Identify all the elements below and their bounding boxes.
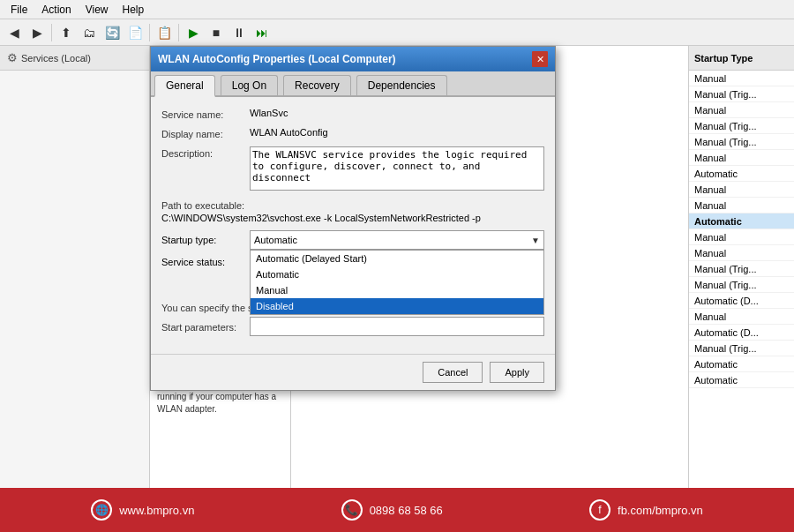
start-params-row: Start parameters: [161, 317, 544, 336]
toolbar: ◀ ▶ ⬆ 🗂 🔄 📄 📋 ▶ ■ ⏸ ⏭ [0, 19, 794, 46]
tab-dependencies[interactable]: Dependencies [356, 75, 447, 95]
startup-type-dropdown[interactable]: Automatic ▼ Automatic (Delayed Start)Aut… [250, 230, 544, 250]
display-name-label: Display name: [161, 127, 250, 139]
startup-type-header: Startup Type [689, 46, 794, 71]
facebook-info: f fb.com/bmpro.vn [589, 499, 703, 521]
startup-list-item-2[interactable]: Manual [689, 102, 794, 118]
website-text: www.bmpro.vn [119, 504, 194, 517]
startup-list-item-8[interactable]: Manual [689, 198, 794, 214]
website-info: 🌐 www.bmpro.vn [91, 499, 194, 521]
dropdown-option-automatic[interactable]: Automatic [251, 266, 543, 282]
left-panel-header: ⚙ Services (Local) [0, 46, 149, 71]
path-label: Path to executable: [161, 200, 544, 211]
service-name-value: WlanSvc [250, 108, 544, 118]
play-button[interactable]: ▶ [183, 23, 204, 42]
startup-list-item-5[interactable]: Manual [689, 150, 794, 166]
left-panel: ⚙ Services (Local) [0, 46, 150, 488]
services-icon: ⚙ [7, 51, 18, 64]
description-row: Description: [161, 146, 544, 193]
path-section: Path to executable: C:\WINDOWS\system32\… [161, 200, 544, 223]
start-params-input[interactable] [250, 317, 544, 336]
menu-help[interactable]: Help [116, 2, 152, 18]
startup-list-item-0[interactable]: Manual [689, 71, 794, 86]
dropdown-display[interactable]: Automatic ▼ [250, 230, 544, 250]
startup-list-item-3[interactable]: Manual (Trig... [689, 118, 794, 134]
startup-list-item-16[interactable]: Automatic (D... [689, 325, 794, 341]
menu-file[interactable]: File [4, 2, 34, 18]
dropdown-option-disabled[interactable]: Disabled [251, 298, 543, 314]
dropdown-list: Automatic (Delayed Start)AutomaticManual… [250, 250, 544, 315]
phone-icon: 📞 [341, 499, 363, 521]
dropdown-option-delayed[interactable]: Automatic (Delayed Start) [251, 251, 543, 266]
tab-general[interactable]: General [154, 75, 215, 97]
dialog-close-button[interactable]: ✕ [532, 51, 548, 67]
bottom-bar: 🌐 www.bmpro.vn 📞 0898 68 58 66 f fb.com/… [0, 488, 794, 532]
desc-label: Description: [161, 146, 250, 159]
apply-button[interactable]: Apply [490, 362, 544, 383]
restart-toolbar-button[interactable]: ⏭ [251, 23, 273, 42]
startup-list-item-18[interactable]: Automatic [689, 356, 794, 372]
startup-list-item-14[interactable]: Automatic (D... [689, 293, 794, 309]
facebook-text: fb.com/bmpro.vn [618, 504, 703, 517]
tab-logon[interactable]: Log On [221, 75, 278, 95]
startup-list-item-4[interactable]: Manual (Trig... [689, 134, 794, 150]
properties-dialog: WLAN AutoConfig Properties (Local Comput… [150, 46, 556, 391]
phone-info: 📞 0898 68 58 66 [341, 499, 443, 521]
right-column: Startup Type ManualManual (Trig...Manual… [688, 46, 794, 488]
dropdown-arrow-icon: ▼ [531, 236, 540, 245]
stop-toolbar-button[interactable]: ■ [206, 23, 227, 42]
display-name-value: WLAN AutoConfig [250, 127, 544, 138]
startup-list-item-9[interactable]: Automatic [689, 214, 794, 229]
refresh-button[interactable]: 🔄 [101, 23, 123, 42]
left-panel-title: Services (Local) [21, 53, 91, 64]
menu-view[interactable]: View [79, 2, 116, 18]
cancel-button[interactable]: Cancel [423, 362, 483, 383]
display-name-row: Display name: WLAN AutoConfig [161, 127, 544, 139]
startup-list-item-12[interactable]: Manual (Trig... [689, 261, 794, 277]
pause-toolbar-button[interactable]: ⏸ [228, 23, 250, 42]
startup-list-item-7[interactable]: Manual [689, 182, 794, 198]
startup-list-item-13[interactable]: Manual (Trig... [689, 277, 794, 293]
phone-text: 0898 68 58 66 [370, 504, 443, 517]
menu-action[interactable]: Action [34, 2, 78, 18]
globe-icon: 🌐 [91, 499, 112, 521]
tab-recovery[interactable]: Recovery [283, 75, 351, 95]
startup-list-item-19[interactable]: Automatic [689, 372, 794, 388]
startup-list-item-15[interactable]: Manual [689, 309, 794, 325]
menubar: File Action View Help [0, 0, 794, 19]
properties-button[interactable]: 📋 [154, 23, 175, 42]
dialog-tabs: General Log On Recovery Dependencies [151, 71, 555, 97]
startup-list-item-11[interactable]: Manual [689, 245, 794, 261]
dropdown-option-manual[interactable]: Manual [251, 282, 543, 298]
facebook-icon: f [589, 499, 610, 521]
dialog-body: Service name: WlanSvc Display name: WLAN… [151, 97, 555, 354]
start-params-label: Start parameters: [161, 320, 250, 333]
dialog-footer: Cancel Apply [151, 354, 555, 390]
description-textarea[interactable] [250, 146, 544, 191]
service-name-row: Service name: WlanSvc [161, 108, 544, 120]
startup-list-item-6[interactable]: Automatic [689, 166, 794, 182]
service-status-label: Service status: [161, 257, 250, 267]
forward-button[interactable]: ▶ [26, 23, 48, 42]
startup-list-item-17[interactable]: Manual (Trig... [689, 341, 794, 356]
path-value: C:\WINDOWS\system32\svchost.exe -k Local… [161, 213, 544, 223]
dropdown-selected-value: Automatic [254, 235, 297, 245]
startup-list-item-1[interactable]: Manual (Trig... [689, 86, 794, 102]
startup-type-label: Startup type: [161, 235, 250, 245]
startup-type-row: Startup type: Automatic ▼ Automatic (Del… [161, 230, 544, 250]
back-button[interactable]: ◀ [4, 23, 25, 42]
up-button[interactable]: ⬆ [56, 23, 77, 42]
dialog-title: WLAN AutoConfig Properties (Local Comput… [158, 53, 396, 65]
service-name-label: Service name: [161, 108, 250, 120]
dialog-titlebar: WLAN AutoConfig Properties (Local Comput… [151, 47, 555, 71]
startup-list: ManualManual (Trig...ManualManual (Trig.… [689, 71, 794, 388]
startup-list-item-10[interactable]: Manual [689, 229, 794, 245]
export-button[interactable]: 📄 [124, 23, 146, 42]
show-hide-button[interactable]: 🗂 [79, 23, 100, 42]
